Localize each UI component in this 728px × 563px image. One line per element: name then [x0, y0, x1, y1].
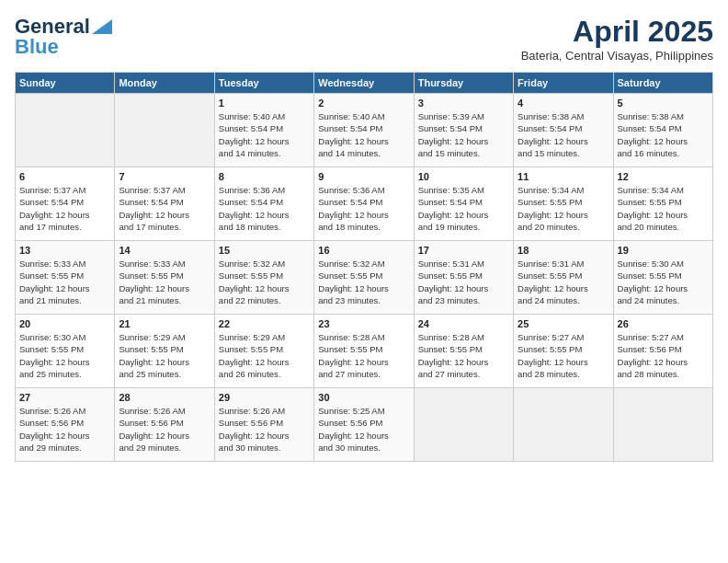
day-number: 26	[618, 318, 709, 329]
calendar-day-cell: 28Sunrise: 5:26 AM Sunset: 5:56 PM Dayli…	[115, 388, 214, 462]
day-info: Sunrise: 5:36 AM Sunset: 5:54 PM Dayligh…	[318, 184, 409, 233]
calendar-day-cell: 6Sunrise: 5:37 AM Sunset: 5:54 PM Daylig…	[16, 167, 115, 241]
day-number: 24	[418, 318, 509, 329]
calendar-day-cell: 20Sunrise: 5:30 AM Sunset: 5:55 PM Dayli…	[16, 315, 115, 388]
day-number: 19	[618, 245, 709, 256]
calendar-day-cell: 27Sunrise: 5:26 AM Sunset: 5:56 PM Dayli…	[16, 388, 115, 462]
calendar-day-cell: 7Sunrise: 5:37 AM Sunset: 5:54 PM Daylig…	[115, 167, 214, 241]
logo-blue: Blue	[15, 35, 59, 59]
day-number: 3	[418, 98, 509, 109]
calendar-day-cell: 29Sunrise: 5:26 AM Sunset: 5:56 PM Dayli…	[214, 388, 313, 462]
day-info: Sunrise: 5:29 AM Sunset: 5:55 PM Dayligh…	[119, 331, 210, 380]
calendar-day-cell: 19Sunrise: 5:30 AM Sunset: 5:55 PM Dayli…	[613, 241, 712, 315]
day-number: 23	[318, 318, 409, 329]
day-info: Sunrise: 5:36 AM Sunset: 5:54 PM Dayligh…	[219, 184, 310, 233]
calendar-day-cell: 24Sunrise: 5:28 AM Sunset: 5:55 PM Dayli…	[414, 315, 513, 388]
day-number: 9	[318, 171, 409, 182]
day-info: Sunrise: 5:40 AM Sunset: 5:54 PM Dayligh…	[219, 110, 310, 159]
calendar-day-cell: 2Sunrise: 5:40 AM Sunset: 5:54 PM Daylig…	[314, 94, 414, 167]
day-info: Sunrise: 5:28 AM Sunset: 5:55 PM Dayligh…	[418, 331, 509, 380]
day-info: Sunrise: 5:27 AM Sunset: 5:55 PM Dayligh…	[518, 331, 609, 380]
calendar-day-header: Saturday	[613, 73, 712, 94]
day-number: 27	[19, 392, 110, 403]
svg-marker-0	[92, 19, 112, 34]
day-info: Sunrise: 5:31 AM Sunset: 5:55 PM Dayligh…	[518, 258, 609, 306]
day-number: 16	[318, 245, 409, 256]
calendar-day-cell: 12Sunrise: 5:34 AM Sunset: 5:55 PM Dayli…	[613, 167, 712, 241]
title-block: April 2025 Bateria, Central Visayas, Phi…	[521, 15, 713, 63]
day-number: 7	[119, 171, 210, 182]
calendar-header-row: SundayMondayTuesdayWednesdayThursdayFrid…	[16, 73, 713, 94]
day-number: 15	[219, 245, 310, 256]
logo: General Blue	[15, 15, 112, 59]
day-number: 10	[418, 171, 509, 182]
day-number: 11	[518, 171, 609, 182]
calendar-day-header: Tuesday	[214, 73, 313, 94]
day-info: Sunrise: 5:30 AM Sunset: 5:55 PM Dayligh…	[618, 258, 709, 306]
day-number: 4	[518, 98, 609, 109]
day-number: 29	[219, 392, 310, 403]
day-info: Sunrise: 5:34 AM Sunset: 5:55 PM Dayligh…	[618, 184, 709, 233]
calendar-day-cell: 15Sunrise: 5:32 AM Sunset: 5:55 PM Dayli…	[214, 241, 313, 315]
calendar-day-cell: 1Sunrise: 5:40 AM Sunset: 5:54 PM Daylig…	[214, 94, 313, 167]
day-info: Sunrise: 5:34 AM Sunset: 5:55 PM Dayligh…	[518, 184, 609, 233]
calendar-day-cell	[115, 94, 214, 167]
day-number: 25	[518, 318, 609, 329]
day-info: Sunrise: 5:26 AM Sunset: 5:56 PM Dayligh…	[219, 405, 310, 454]
calendar-day-cell: 5Sunrise: 5:38 AM Sunset: 5:54 PM Daylig…	[613, 94, 712, 167]
page-header: General Blue April 2025 Bateria, Central…	[15, 15, 713, 63]
calendar-day-header: Monday	[115, 73, 214, 94]
day-info: Sunrise: 5:37 AM Sunset: 5:54 PM Dayligh…	[19, 184, 110, 233]
day-number: 8	[219, 171, 310, 182]
calendar-day-header: Sunday	[16, 73, 115, 94]
calendar-day-cell: 21Sunrise: 5:29 AM Sunset: 5:55 PM Dayli…	[115, 315, 214, 388]
calendar-table: SundayMondayTuesdayWednesdayThursdayFrid…	[15, 72, 713, 462]
day-number: 12	[618, 171, 709, 182]
day-info: Sunrise: 5:27 AM Sunset: 5:56 PM Dayligh…	[618, 331, 709, 380]
day-info: Sunrise: 5:28 AM Sunset: 5:55 PM Dayligh…	[318, 331, 409, 380]
calendar-week-row: 20Sunrise: 5:30 AM Sunset: 5:55 PM Dayli…	[16, 315, 713, 388]
day-info: Sunrise: 5:31 AM Sunset: 5:55 PM Dayligh…	[418, 258, 509, 306]
calendar-day-header: Wednesday	[314, 73, 414, 94]
location: Bateria, Central Visayas, Philippines	[521, 49, 713, 63]
calendar-day-cell: 14Sunrise: 5:33 AM Sunset: 5:55 PM Dayli…	[115, 241, 214, 315]
calendar-day-header: Thursday	[414, 73, 513, 94]
calendar-day-cell: 17Sunrise: 5:31 AM Sunset: 5:55 PM Dayli…	[414, 241, 513, 315]
day-info: Sunrise: 5:38 AM Sunset: 5:54 PM Dayligh…	[618, 110, 709, 159]
day-number: 2	[318, 98, 409, 109]
calendar-day-cell: 9Sunrise: 5:36 AM Sunset: 5:54 PM Daylig…	[314, 167, 414, 241]
day-number: 6	[19, 171, 110, 182]
day-info: Sunrise: 5:26 AM Sunset: 5:56 PM Dayligh…	[119, 405, 210, 454]
day-number: 17	[418, 245, 509, 256]
calendar-day-cell: 8Sunrise: 5:36 AM Sunset: 5:54 PM Daylig…	[214, 167, 313, 241]
day-number: 21	[119, 318, 210, 329]
day-info: Sunrise: 5:40 AM Sunset: 5:54 PM Dayligh…	[318, 110, 409, 159]
calendar-body: 1Sunrise: 5:40 AM Sunset: 5:54 PM Daylig…	[16, 94, 713, 462]
day-number: 22	[219, 318, 310, 329]
day-info: Sunrise: 5:39 AM Sunset: 5:54 PM Dayligh…	[418, 110, 509, 159]
day-info: Sunrise: 5:30 AM Sunset: 5:55 PM Dayligh…	[19, 331, 110, 380]
calendar-day-cell: 18Sunrise: 5:31 AM Sunset: 5:55 PM Dayli…	[514, 241, 613, 315]
calendar-day-cell: 11Sunrise: 5:34 AM Sunset: 5:55 PM Dayli…	[514, 167, 613, 241]
logo-icon	[92, 19, 112, 34]
calendar-week-row: 13Sunrise: 5:33 AM Sunset: 5:55 PM Dayli…	[16, 241, 713, 315]
day-number: 30	[318, 392, 409, 403]
calendar-day-cell: 13Sunrise: 5:33 AM Sunset: 5:55 PM Dayli…	[16, 241, 115, 315]
day-info: Sunrise: 5:33 AM Sunset: 5:55 PM Dayligh…	[19, 258, 110, 306]
day-info: Sunrise: 5:33 AM Sunset: 5:55 PM Dayligh…	[119, 258, 210, 306]
calendar-week-row: 1Sunrise: 5:40 AM Sunset: 5:54 PM Daylig…	[16, 94, 713, 167]
day-number: 18	[518, 245, 609, 256]
day-info: Sunrise: 5:35 AM Sunset: 5:54 PM Dayligh…	[418, 184, 509, 233]
day-info: Sunrise: 5:26 AM Sunset: 5:56 PM Dayligh…	[19, 405, 110, 454]
calendar-day-cell	[414, 388, 513, 462]
day-info: Sunrise: 5:38 AM Sunset: 5:54 PM Dayligh…	[518, 110, 609, 159]
calendar-day-cell	[514, 388, 613, 462]
day-info: Sunrise: 5:29 AM Sunset: 5:55 PM Dayligh…	[219, 331, 310, 380]
calendar-week-row: 27Sunrise: 5:26 AM Sunset: 5:56 PM Dayli…	[16, 388, 713, 462]
calendar-day-cell	[613, 388, 712, 462]
day-number: 20	[19, 318, 110, 329]
calendar-week-row: 6Sunrise: 5:37 AM Sunset: 5:54 PM Daylig…	[16, 167, 713, 241]
month-year: April 2025	[521, 15, 713, 49]
calendar-day-cell: 23Sunrise: 5:28 AM Sunset: 5:55 PM Dayli…	[314, 315, 414, 388]
calendar-day-cell: 26Sunrise: 5:27 AM Sunset: 5:56 PM Dayli…	[613, 315, 712, 388]
